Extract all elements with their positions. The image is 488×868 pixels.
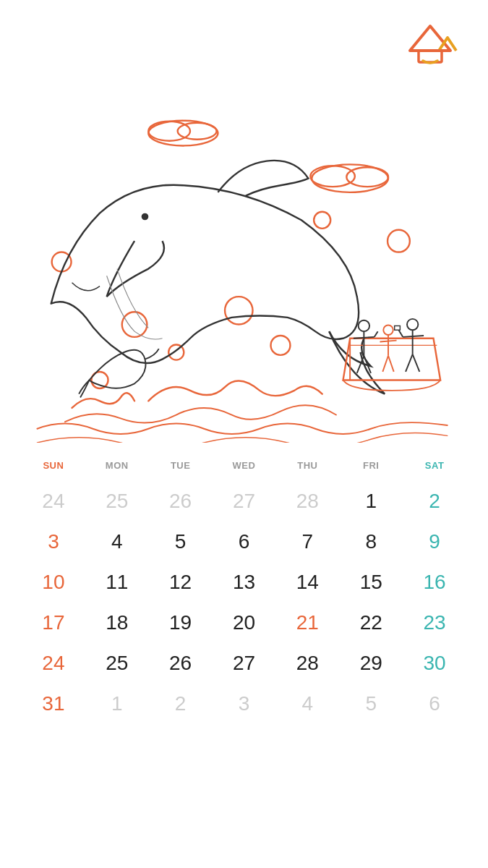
svg-point-25 (383, 326, 393, 335)
cal-cell: 7 (275, 522, 339, 562)
header (0, 0, 488, 74)
svg-point-7 (346, 167, 388, 187)
cal-cell: 28 (275, 643, 339, 684)
cal-cell: 29 (339, 643, 403, 684)
cal-cell: 4 (85, 522, 149, 562)
logo-icon (401, 20, 459, 74)
day-name-sun: SUN (22, 457, 85, 474)
cal-cell: 5 (149, 522, 213, 562)
svg-line-32 (403, 336, 424, 337)
svg-point-16 (142, 213, 149, 221)
svg-point-14 (122, 312, 147, 337)
cal-cell: 11 (85, 562, 149, 603)
header-left (26, 20, 36, 27)
svg-point-19 (359, 320, 369, 331)
cal-cell: 26 (149, 643, 213, 684)
svg-point-30 (407, 319, 418, 330)
svg-line-24 (374, 331, 378, 337)
calendar-body: 2425262728123456789101112131415161718192… (22, 481, 466, 724)
svg-point-10 (388, 230, 410, 252)
day-name-tue: TUE (149, 457, 213, 474)
cal-cell: 25 (85, 643, 149, 684)
svg-line-27 (380, 341, 396, 342)
svg-point-12 (271, 336, 291, 355)
cal-cell: 30 (403, 643, 466, 684)
cal-cell: 2 (149, 684, 213, 724)
cal-cell: 1 (339, 481, 403, 522)
cal-cell: 9 (403, 522, 466, 562)
svg-point-9 (314, 212, 330, 229)
cal-cell: 8 (339, 522, 403, 562)
day-name-thu: THU (275, 457, 339, 474)
cal-cell: 6 (213, 522, 276, 562)
calendar: SUN MON TUE WED THU FRI SAT 242526272812… (0, 450, 488, 724)
cal-cell: 18 (85, 603, 149, 643)
cal-cell: 5 (339, 684, 403, 724)
cal-cell: 14 (275, 562, 339, 603)
illustration (0, 74, 488, 450)
cal-cell: 27 (213, 481, 276, 522)
cal-cell: 31 (22, 684, 85, 724)
day-name-fri: FRI (339, 457, 403, 474)
cal-cell: 19 (149, 603, 213, 643)
svg-point-6 (310, 166, 355, 187)
cal-cell: 24 (22, 643, 85, 684)
svg-line-29 (388, 356, 394, 372)
cal-cell: 15 (339, 562, 403, 603)
cal-cell: 28 (275, 481, 339, 522)
svg-line-28 (382, 356, 388, 372)
day-name-wed: WED (213, 457, 276, 474)
svg-point-4 (178, 123, 217, 140)
day-name-sat: SAT (403, 457, 466, 474)
cal-cell: 25 (85, 481, 149, 522)
svg-line-35 (398, 330, 403, 337)
cal-cell: 23 (403, 603, 466, 643)
cal-cell: 24 (22, 481, 85, 522)
page: SUN MON TUE WED THU FRI SAT 242526272812… (0, 0, 488, 868)
cal-cell: 3 (22, 522, 85, 562)
cal-cell: 4 (275, 684, 339, 724)
day-name-mon: MON (85, 457, 149, 474)
cal-cell: 3 (213, 684, 276, 724)
cal-cell: 1 (85, 684, 149, 724)
cal-cell: 16 (403, 562, 466, 603)
svg-marker-0 (410, 26, 450, 51)
cal-cell: 6 (403, 684, 466, 724)
cal-cell: 12 (149, 562, 213, 603)
cal-cell: 13 (213, 562, 276, 603)
cal-cell: 21 (275, 603, 339, 643)
calendar-header: SUN MON TUE WED THU FRI SAT (22, 457, 466, 474)
cal-cell: 2 (403, 481, 466, 522)
cal-cell: 27 (213, 643, 276, 684)
svg-line-33 (406, 354, 413, 372)
cal-cell: 26 (149, 481, 213, 522)
svg-line-34 (413, 354, 420, 372)
svg-point-11 (225, 297, 252, 324)
cal-cell: 10 (22, 562, 85, 603)
cal-cell: 17 (22, 603, 85, 643)
cal-cell: 22 (339, 603, 403, 643)
cal-cell: 20 (213, 603, 276, 643)
svg-rect-36 (395, 326, 401, 330)
